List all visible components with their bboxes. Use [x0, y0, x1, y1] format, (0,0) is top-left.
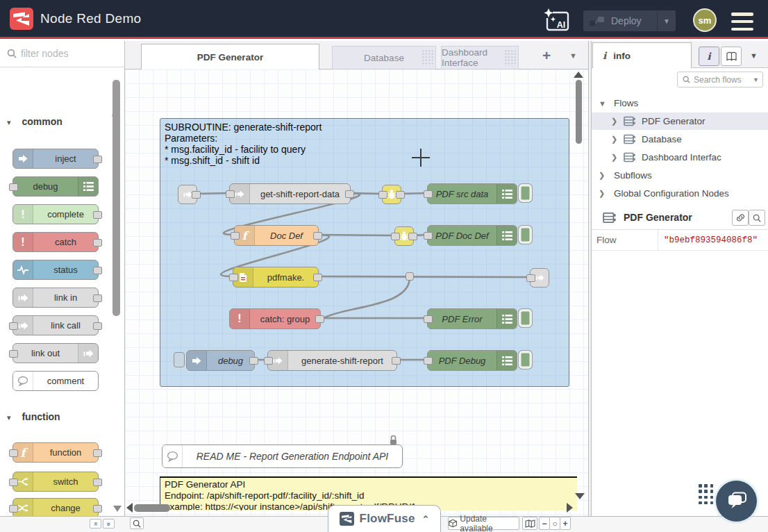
tab-info[interactable]: i info [592, 42, 692, 68]
palette-node-inject[interactable]: inject [12, 149, 99, 169]
flowfuse-banner[interactable]: FlowFuse ⌃ [328, 505, 441, 532]
canvas-scroll-down-icon[interactable] [575, 493, 585, 499]
property-key: Flow [592, 230, 658, 250]
search-node-button[interactable] [749, 210, 765, 226]
tab-list-dropdown-icon[interactable]: ▼ [569, 51, 577, 60]
property-value: "b9ebf893594086f8" [658, 230, 768, 250]
drag-dots-icon[interactable] [699, 484, 714, 505]
palette-collapse-all-button[interactable]: » [90, 519, 101, 529]
chevron-down-icon: ▾ [7, 118, 11, 126]
package-icon [449, 519, 457, 528]
node-link-in[interactable] [178, 185, 197, 204]
palette-node-function[interactable]: f function [12, 442, 99, 463]
node-debug-bug-1[interactable] [382, 185, 401, 204]
search-icon [7, 49, 17, 58]
search-canvas-button[interactable] [130, 517, 144, 529]
zoom-reset-button[interactable]: ○ [549, 517, 560, 530]
node-pdf-debug[interactable]: PDF Debug [427, 350, 517, 371]
heartbeat-icon [13, 260, 33, 279]
palette-node-status[interactable]: status [12, 260, 99, 280]
tree-item-database[interactable]: ❯ Database [592, 131, 768, 148]
chevron-right-icon: ❯ [599, 171, 607, 180]
chat-widget-button[interactable] [716, 481, 757, 522]
add-tab-button[interactable]: + [542, 47, 551, 64]
category-common[interactable]: ▾ common [7, 116, 62, 127]
canvas-scroll-up-icon[interactable] [574, 72, 583, 78]
debug-toggle-button[interactable] [518, 350, 533, 369]
detail-header: PDF Generator [592, 206, 768, 230]
link-arrow-icon [535, 274, 544, 282]
debug-list-icon [496, 309, 517, 329]
chevron-down-icon: ▾ [7, 413, 11, 422]
wire-junction[interactable] [406, 272, 414, 281]
search-flows-placeholder: Search flows [694, 75, 749, 85]
tab-dashboard-interface[interactable]: Dashboard Interface [441, 46, 519, 69]
node-inject-debug[interactable]: debug [186, 350, 255, 371]
tree-item-pdf-generator[interactable]: ❯ PDF Generator [592, 113, 768, 130]
link-arrow-icon [183, 190, 192, 199]
category-function[interactable]: ▾ function [7, 411, 60, 422]
help-panel-button[interactable] [721, 47, 742, 66]
palette-node-switch[interactable]: switch [12, 472, 99, 492]
update-available-button[interactable]: Update available [448, 517, 519, 530]
tree-global-config[interactable]: ❯ Global Configuration Nodes [592, 185, 768, 202]
palette-scrollbar[interactable] [112, 80, 120, 316]
sidebar-menu-icon[interactable]: ▼ [750, 51, 758, 60]
node-pdf-doc-def[interactable]: PDF Doc Def [427, 225, 517, 246]
header: Node Red Demo AI Deploy ▼ sm [0, 0, 768, 39]
palette-node-link-out[interactable]: link out [12, 343, 99, 363]
node-red-editor: Node Red Demo AI Deploy ▼ sm [0, 0, 768, 532]
search-flows-input[interactable]: Search flows ▼ [677, 72, 763, 88]
canvas-scroll-right-icon[interactable] [567, 503, 573, 513]
palette-expand-all-button[interactable]: » [103, 519, 115, 529]
tab-database[interactable]: Database [332, 46, 436, 69]
palette-node-debug[interactable]: debug [12, 176, 99, 197]
node-link-out[interactable] [530, 268, 549, 288]
detail-title: PDF Generator [624, 212, 692, 223]
node-pdf-src-data[interactable]: PDF src data [427, 183, 517, 204]
deploy-button[interactable]: Deploy ▼ [583, 10, 676, 31]
node-debug-bug-2[interactable] [394, 226, 414, 246]
deploy-dropdown[interactable]: ▼ [657, 10, 676, 31]
exclamation-icon: ! [13, 205, 33, 224]
node-pdfmake[interactable]: pdfmake. [233, 267, 319, 288]
node-doc-def[interactable]: f Doc Def [234, 225, 319, 246]
canvas-hscrollbar[interactable] [134, 504, 170, 512]
main-menu-button[interactable] [731, 13, 753, 31]
inject-trigger-button[interactable] [174, 352, 185, 367]
flowfuse-logo [10, 8, 33, 30]
palette-node-link-call[interactable]: link call [12, 315, 99, 335]
flow-canvas[interactable]: SUBROUTINE: generate-shift-reportParamet… [125, 69, 588, 516]
tab-pdf-generator[interactable]: PDF Generator [141, 44, 319, 69]
palette-node-link-in[interactable]: link in [12, 288, 99, 308]
palette-node-catch[interactable]: ! catch [12, 232, 99, 252]
node-get-shift-report-data[interactable]: get-shift-report-data [229, 183, 351, 204]
tree-flows[interactable]: ▼ Flows [592, 94, 768, 112]
tree-item-dashboard-interface[interactable]: ❯ Dashboard Interfac [592, 149, 768, 166]
ai-assistant-button[interactable]: AI [542, 8, 571, 34]
avatar[interactable]: sm [693, 8, 717, 32]
info-panel-button[interactable]: i [699, 47, 719, 66]
copy-link-button[interactable] [732, 210, 749, 226]
lock-icon [389, 435, 398, 445]
zoom-in-button[interactable]: + [560, 517, 571, 530]
tree-subflows[interactable]: ❯ Subflows [592, 167, 768, 184]
exclamation-icon: ! [13, 233, 33, 251]
debug-toggle-button[interactable] [518, 308, 533, 328]
debug-toggle-button[interactable] [518, 225, 533, 244]
toggle-navigator-button[interactable] [522, 517, 537, 530]
zoom-out-button[interactable]: − [539, 517, 550, 530]
node-catch-group[interactable]: ! catch: group [229, 308, 321, 329]
canvas-scroll-left-icon[interactable] [126, 503, 133, 513]
palette-filter[interactable]: filter nodes [0, 41, 124, 67]
debug-toggle-button[interactable] [518, 183, 533, 203]
palette-node-change[interactable]: change [12, 498, 99, 518]
palette-scroll-down-icon[interactable] [113, 506, 122, 512]
svg-text:AI: AI [557, 20, 566, 30]
palette-node-comment[interactable]: comment [12, 371, 99, 391]
node-pdf-error[interactable]: PDF Error [427, 308, 517, 329]
canvas-vscrollbar[interactable] [576, 80, 582, 144]
node-comment-readme[interactable]: READ ME - Report Generation Endpoint API [162, 444, 403, 468]
node-generate-shift-report[interactable]: generate-shift-report [267, 350, 397, 371]
palette-node-complete[interactable]: ! complete [12, 204, 99, 224]
